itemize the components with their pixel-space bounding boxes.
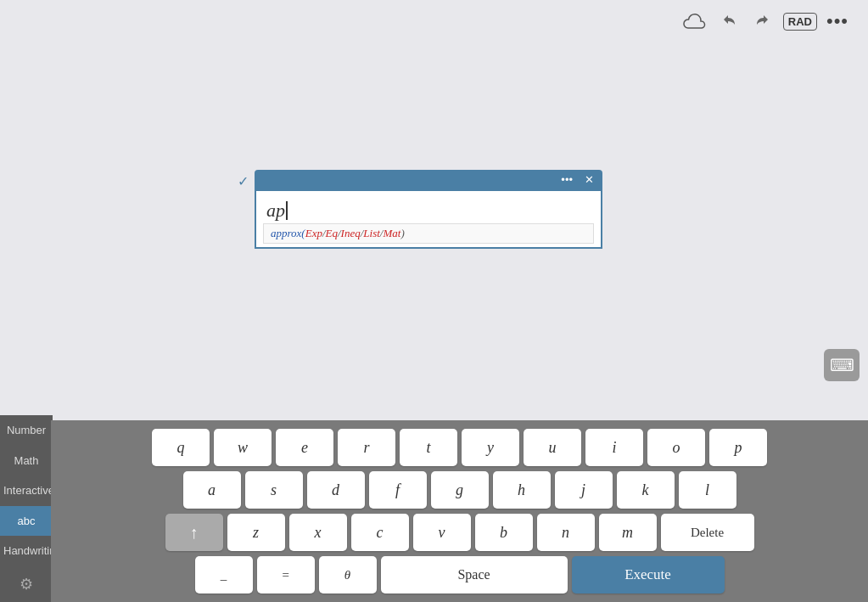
sidebar-settings-button[interactable]: ⚙ <box>0 566 53 602</box>
key-b[interactable]: b <box>475 514 533 551</box>
sidebar-label-abc: abc <box>18 515 36 527</box>
input-widget: ✓ ••• ✕ ap approx(Exp/Eq/Ineq/List/Mat) <box>255 170 602 249</box>
keyboard: q w e r t y u i o p a s d f g h j k l ↑ … <box>51 420 868 602</box>
sidebar-item-number[interactable]: Number <box>0 415 53 446</box>
key-l[interactable]: l <box>679 471 736 509</box>
autocomplete-close: ) <box>400 227 404 239</box>
key-equals[interactable]: = <box>257 556 315 594</box>
settings-icon: ⚙ <box>20 576 33 593</box>
delete-button[interactable]: Delete <box>661 514 754 551</box>
key-n[interactable]: n <box>537 514 595 551</box>
execute-button[interactable]: Execute <box>572 556 725 594</box>
key-m[interactable]: m <box>599 514 657 551</box>
key-c[interactable]: c <box>351 514 409 551</box>
key-z[interactable]: z <box>227 514 285 551</box>
key-row-2: a s d f g h j k l <box>59 471 860 509</box>
autocomplete-mat: Mat <box>383 227 400 239</box>
key-row-3: ↑ z x c v b n m Delete <box>59 514 860 551</box>
key-o[interactable]: o <box>647 429 705 466</box>
key-i[interactable]: i <box>585 429 643 466</box>
key-f[interactable]: f <box>369 471 427 509</box>
autocomplete-ineq: Ineq <box>341 227 361 239</box>
sidebar-label-number: Number <box>7 424 46 436</box>
key-rows: q w e r t y u i o p a s d f g h j k l ↑ … <box>59 429 860 594</box>
autocomplete-text-red: Exp <box>305 227 322 239</box>
sidebar-item-handwriting[interactable]: Handwriting <box>0 536 53 566</box>
input-text: ap <box>266 200 285 222</box>
key-underscore[interactable]: _ <box>195 556 253 594</box>
key-row-4: _ = θ Space Execute <box>59 556 860 594</box>
key-theta[interactable]: θ <box>319 556 377 594</box>
undo-button[interactable] <box>715 8 742 35</box>
more-button[interactable]: ••• <box>824 8 851 35</box>
key-k[interactable]: k <box>617 471 675 509</box>
key-r[interactable]: r <box>338 429 395 466</box>
key-p[interactable]: p <box>709 429 767 466</box>
space-button[interactable]: Space <box>381 556 568 594</box>
widget-dots-button[interactable]: ••• <box>557 172 576 187</box>
sidebar-label-math: Math <box>14 454 39 467</box>
check-icon[interactable]: ✓ <box>238 173 249 189</box>
autocomplete-dropdown[interactable]: approx(Exp/Eq/Ineq/List/Mat) <box>263 223 594 244</box>
key-s[interactable]: s <box>245 471 303 509</box>
key-v[interactable]: v <box>413 514 471 551</box>
sidebar-label-interactive: Interactive <box>3 484 54 497</box>
key-u[interactable]: u <box>524 429 581 466</box>
key-x[interactable]: x <box>289 514 347 551</box>
keyboard-icon: ⌨ <box>830 355 854 375</box>
cloud-icon[interactable] <box>681 8 708 35</box>
text-cursor <box>286 201 288 220</box>
widget-header: ••• ✕ <box>255 170 602 189</box>
key-q[interactable]: q <box>152 429 210 466</box>
key-d[interactable]: d <box>307 471 365 509</box>
sidebar-item-interactive[interactable]: Interactive <box>0 475 53 506</box>
shift-button[interactable]: ↑ <box>165 514 223 551</box>
autocomplete-text-blue: approx( <box>271 227 305 239</box>
keyboard-sidebar: Number Math Interactive abc Handwriting … <box>0 415 53 602</box>
key-t[interactable]: t <box>400 429 457 466</box>
key-j[interactable]: j <box>555 471 613 509</box>
key-g[interactable]: g <box>431 471 489 509</box>
key-y[interactable]: y <box>462 429 519 466</box>
keyboard-toggle-button[interactable]: ⌨ <box>824 349 860 381</box>
autocomplete-list: List <box>363 227 380 239</box>
autocomplete-eq: Eq <box>326 227 338 239</box>
widget-body: ap approx(Exp/Eq/Ineq/List/Mat) <box>255 189 602 249</box>
rad-button[interactable]: RAD <box>783 13 817 31</box>
sidebar-item-abc[interactable]: abc <box>0 506 53 537</box>
key-a[interactable]: a <box>183 471 241 509</box>
sidebar-item-math[interactable]: Math <box>0 446 53 476</box>
redo-button[interactable] <box>749 8 776 35</box>
key-row-1: q w e r t y u i o p <box>59 429 860 466</box>
widget-close-button[interactable]: ✕ <box>581 172 597 187</box>
key-h[interactable]: h <box>493 471 551 509</box>
widget-input-display[interactable]: ap <box>266 198 591 223</box>
key-w[interactable]: w <box>214 429 272 466</box>
key-e[interactable]: e <box>276 429 333 466</box>
toolbar: RAD ••• <box>664 0 868 42</box>
